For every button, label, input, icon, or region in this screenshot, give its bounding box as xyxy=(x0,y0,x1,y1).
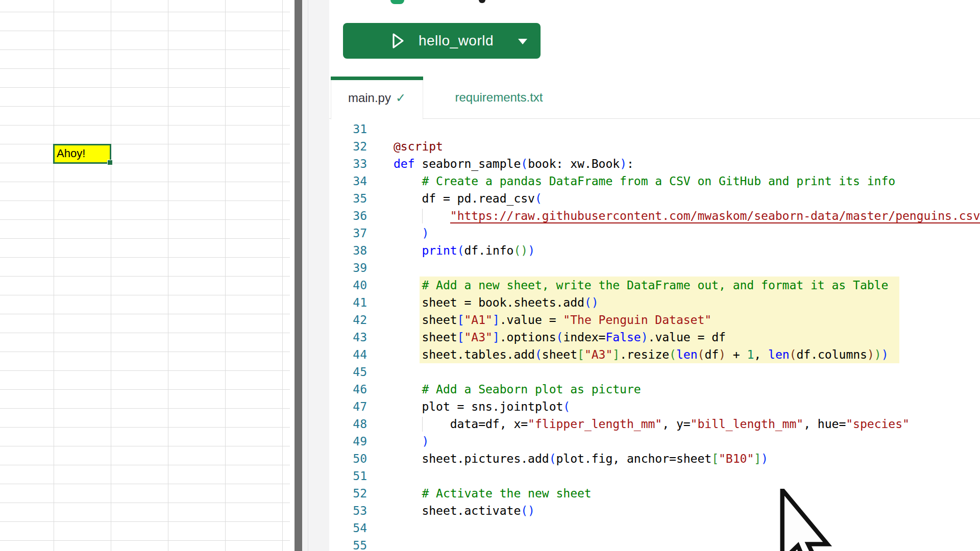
active-tab-indicator xyxy=(331,77,423,80)
code-line[interactable]: 33def seaborn_sample(book: xw.Book): xyxy=(329,155,980,172)
code-text: data=df, x="flipper_length_mm", y="bill_… xyxy=(394,415,910,433)
code-line[interactable]: 37 ) xyxy=(329,224,980,242)
code-line[interactable]: 38 print(df.info()) xyxy=(329,242,980,259)
code-text: sheet.pictures.add(plot.fig, anchor=shee… xyxy=(394,450,768,467)
code-line[interactable]: 36 "https://raw.githubusercontent.com/mw… xyxy=(329,207,980,224)
code-text: sheet["A1"].value = "The Penguin Dataset… xyxy=(394,311,712,329)
code-editor[interactable]: 3132@script33def seaborn_sample(book: xw… xyxy=(329,120,980,551)
code-line[interactable]: 47 plot = sns.jointplot( xyxy=(329,398,980,415)
code-text: # Create a pandas DataFrame from a CSV o… xyxy=(394,172,895,190)
tab-main-py[interactable]: main.py ✓ xyxy=(331,77,423,119)
line-number: 39 xyxy=(329,259,367,277)
code-line[interactable]: 39 xyxy=(329,259,980,277)
line-number: 36 xyxy=(329,207,367,224)
line-number: 51 xyxy=(329,467,367,485)
fill-handle[interactable] xyxy=(107,160,113,165)
line-number: 37 xyxy=(329,224,367,242)
line-number: 44 xyxy=(329,346,367,363)
code-text: # Add a Seaborn plot as picture xyxy=(394,381,641,398)
line-number: 40 xyxy=(329,277,367,294)
code-text: sheet["A3"].options(index=False).value =… xyxy=(394,329,726,346)
code-line[interactable]: 34 # Create a pandas DataFrame from a CS… xyxy=(329,172,980,190)
run-script-button[interactable]: hello_world xyxy=(343,23,541,59)
line-number: 53 xyxy=(329,502,367,519)
code-line[interactable]: 41 sheet = book.sheets.add() xyxy=(329,294,980,311)
spreadsheet-grid[interactable] xyxy=(0,0,290,551)
code-line[interactable]: 53 sheet.activate() xyxy=(329,502,980,519)
mouse-cursor xyxy=(779,489,833,551)
tab-requirements-txt-label: requirements.txt xyxy=(455,90,543,105)
line-number: 45 xyxy=(329,363,367,381)
code-line[interactable]: 31 xyxy=(329,120,980,138)
play-icon xyxy=(390,32,405,50)
code-text: def seaborn_sample(book: xw.Book): xyxy=(394,155,634,172)
code-text: print(df.info()) xyxy=(394,242,535,259)
code-line[interactable]: 54 xyxy=(329,519,980,537)
line-number: 52 xyxy=(329,485,367,502)
code-text: "https://raw.githubusercontent.com/mwask… xyxy=(394,207,980,224)
code-line[interactable]: 42 sheet["A1"].value = "The Penguin Data… xyxy=(329,311,980,329)
code-line[interactable]: 44 sheet.tables.add(sheet["A3"].resize(l… xyxy=(329,346,980,363)
code-line[interactable]: 45 xyxy=(329,363,980,381)
line-number: 33 xyxy=(329,155,367,172)
line-number: 32 xyxy=(329,138,367,155)
logo-green-partial-icon xyxy=(390,0,404,4)
line-number: 41 xyxy=(329,294,367,311)
code-line[interactable]: 49 ) xyxy=(329,433,980,450)
code-text: plot = sns.jointplot( xyxy=(394,398,570,415)
code-line[interactable]: 50 sheet.pictures.add(plot.fig, anchor=s… xyxy=(329,450,980,467)
tab-bar-border xyxy=(329,118,980,119)
line-number: 48 xyxy=(329,415,367,433)
saved-check-icon: ✓ xyxy=(396,91,406,105)
code-line[interactable]: 48 data=df, x="flipper_length_mm", y="bi… xyxy=(329,415,980,433)
line-number: 31 xyxy=(329,120,367,138)
code-text: # Activate the new sheet xyxy=(394,485,592,502)
code-text: sheet.tables.add(sheet["A3"].resize(len(… xyxy=(394,346,889,363)
line-number: 50 xyxy=(329,450,367,467)
line-number: 54 xyxy=(329,519,367,537)
code-line[interactable]: 46 # Add a Seaborn plot as picture xyxy=(329,381,980,398)
code-text: sheet = book.sheets.add() xyxy=(394,294,599,311)
line-number: 49 xyxy=(329,433,367,450)
code-text: ) xyxy=(394,224,429,242)
line-number: 35 xyxy=(329,190,367,207)
code-text: ) xyxy=(394,433,429,450)
line-number: 34 xyxy=(329,172,367,190)
line-number: 47 xyxy=(329,398,367,415)
tab-main-py-label: main.py xyxy=(348,91,391,105)
app-window: Ahoy! hello_world main.py ✓ requirements… xyxy=(0,0,980,551)
pane-divider-scrollbar[interactable] xyxy=(295,0,302,551)
code-line[interactable]: 32@script xyxy=(329,138,980,155)
code-line[interactable]: 35 df = pd.read_csv( xyxy=(329,190,980,207)
code-line[interactable]: 40 # Add a new sheet, write the DataFram… xyxy=(329,277,980,294)
line-number: 46 xyxy=(329,381,367,398)
code-text: sheet.activate() xyxy=(394,502,535,519)
code-text: df = pd.read_csv( xyxy=(394,190,542,207)
selected-cell[interactable]: Ahoy! xyxy=(53,144,111,164)
taskpane-left-strip xyxy=(302,0,329,551)
run-script-label: hello_world xyxy=(419,33,494,49)
code-line[interactable]: 43 sheet["A3"].options(index=False).valu… xyxy=(329,329,980,346)
line-number: 55 xyxy=(329,537,367,551)
code-text: @script xyxy=(394,138,443,155)
code-line[interactable]: 52 # Activate the new sheet xyxy=(329,485,980,502)
sheet-edge-gutter xyxy=(290,0,295,551)
cell-value: Ahoy! xyxy=(57,147,85,160)
tab-requirements-txt[interactable]: requirements.txt xyxy=(424,77,574,118)
code-text: # Add a new sheet, write the DataFrame o… xyxy=(394,277,888,294)
code-line[interactable]: 55 xyxy=(329,537,980,551)
line-number: 38 xyxy=(329,242,367,259)
taskpane-left-strip-line xyxy=(308,0,308,551)
line-number: 43 xyxy=(329,329,367,346)
line-number: 42 xyxy=(329,311,367,329)
chevron-down-icon[interactable] xyxy=(518,39,527,44)
code-line[interactable]: 51 xyxy=(329,467,980,485)
